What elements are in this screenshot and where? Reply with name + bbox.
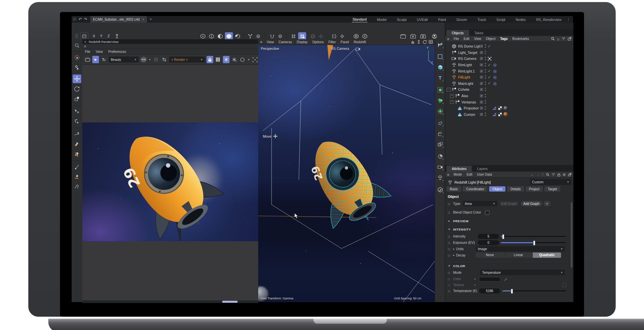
object-manager-tab-objects[interactable]: Objects <box>446 30 469 36</box>
attribute-tab-attributes[interactable]: Attributes <box>446 166 472 172</box>
color-section-header[interactable]: ▾COLOR <box>445 263 570 269</box>
target-tag-icon[interactable]: ◎ <box>493 82 496 85</box>
axis-z-button[interactable]: Z <box>106 33 112 39</box>
attribute-tab-layers[interactable]: Layers <box>472 166 493 172</box>
object-manager-menu-edit[interactable]: Edit <box>464 37 469 41</box>
visibility-dots[interactable] <box>485 82 486 85</box>
enabled-check-icon[interactable]: ✓ <box>488 63 491 67</box>
camera-label[interactable]: RS Camera <box>331 47 349 51</box>
workspace-tab-paint[interactable]: Paint <box>437 17 447 22</box>
tree-row-alas[interactable]: + Alas <box>445 93 573 99</box>
plane-object[interactable] <box>436 53 444 61</box>
live-selection-tool[interactable] <box>73 53 81 62</box>
viewport-menu-panel[interactable]: Panel <box>340 40 349 44</box>
freeze-global-icon[interactable]: G <box>231 56 238 63</box>
close-tab-icon[interactable]: × <box>142 18 144 21</box>
layer-toggle[interactable] <box>480 57 483 60</box>
enabled-check-icon[interactable]: ✓ <box>488 44 491 49</box>
boole-object[interactable] <box>436 140 444 148</box>
environment-object[interactable] <box>436 152 444 160</box>
tree-row-rimlight[interactable]: RimLight ✓ ◎ <box>445 62 573 68</box>
camera-link-icon[interactable] <box>355 47 361 51</box>
viewport-menu-view[interactable]: View <box>267 40 274 44</box>
expand-expander[interactable]: + <box>450 100 454 104</box>
visibility-dots[interactable] <box>485 106 486 110</box>
workspace-tab-model[interactable]: Model <box>376 17 387 22</box>
external-window-icon[interactable] <box>568 173 571 176</box>
focus-picker-icon[interactable] <box>252 56 258 63</box>
intensity-section-header[interactable]: ▾INTENSITY <box>445 227 570 232</box>
pixel-grid-icon[interactable] <box>153 56 159 63</box>
layer-toggle[interactable] <box>480 51 483 54</box>
scale-tool[interactable] <box>73 94 81 103</box>
at-icon[interactable]: @ <box>563 173 566 176</box>
axis-y-button[interactable]: Y <box>98 33 104 39</box>
rgb-dropdown-caret[interactable]: ▼ <box>149 58 151 61</box>
volume-object[interactable] <box>436 96 444 104</box>
tree-row-cohete[interactable]: − Cohete <box>445 86 573 93</box>
tree-row-rimlight-1[interactable]: RimLight.1 ✓ ◎ <box>445 68 573 74</box>
viewport-menu-filter[interactable]: Filter <box>328 40 336 44</box>
layer-toggle[interactable] <box>480 63 483 67</box>
rotate-tool[interactable] <box>73 84 81 93</box>
workspace-tab-standard[interactable]: Standard <box>352 16 367 22</box>
section-tab-details[interactable]: Details <box>507 186 524 192</box>
temperature-slider[interactable] <box>502 289 566 293</box>
snapshot-dropdown[interactable]: < Render >▼ <box>169 57 205 63</box>
brush-tool[interactable] <box>73 162 81 171</box>
tree-row-ventanas[interactable]: + Ventanas <box>445 99 573 105</box>
spline-smooth-tool[interactable] <box>73 182 81 191</box>
tree-row-rs-dome-light[interactable]: RS Dome Light ✓ <box>445 43 573 50</box>
workspace-tab-groom[interactable]: Groom <box>456 17 468 22</box>
visibility-dots[interactable] <box>485 63 486 67</box>
visibility-dots[interactable] <box>485 51 486 55</box>
renderview-menu-file[interactable]: File <box>85 50 90 54</box>
freeze-icon[interactable] <box>223 56 229 63</box>
renderview-scroll-handle[interactable] <box>222 301 238 303</box>
document-tab[interactable]: ECAM_Substan...ete_0002.c4d × <box>90 16 147 23</box>
object-manager-menu-tags[interactable]: Tags <box>500 37 508 41</box>
viewport-menu-cameras[interactable]: Cameras <box>279 40 292 44</box>
viewport-menu-options[interactable]: Options <box>312 40 323 44</box>
search-icon[interactable] <box>546 173 549 176</box>
layer-toggle[interactable] <box>480 113 483 116</box>
start-ipr-icon[interactable]: ▶ <box>92 56 99 63</box>
intensity-slider[interactable] <box>501 234 566 239</box>
scatter-pen-tool[interactable] <box>73 150 81 158</box>
add-graph-button[interactable]: Add Graph <box>521 201 542 206</box>
visibility-dots[interactable] <box>485 69 486 73</box>
layer-toggle[interactable] <box>480 70 483 73</box>
layer-toggle[interactable] <box>480 94 483 97</box>
visibility-dots[interactable] <box>485 57 486 61</box>
layer-toggle[interactable] <box>480 106 483 110</box>
object-manager-menu-icon[interactable]: ≡ <box>447 37 449 41</box>
intensity-value[interactable]: 5 <box>478 234 499 239</box>
renderview-menu-icon[interactable]: ≡ <box>84 44 86 48</box>
temperature-value[interactable]: 5186 <box>479 288 500 293</box>
sketch-tool[interactable] <box>73 140 81 148</box>
workspace-tab-rs-renderview[interactable]: RS_Renderview <box>535 17 562 22</box>
tree-row-light-target[interactable]: Light_Target <box>445 50 573 56</box>
spline-pen-object[interactable] <box>436 41 444 49</box>
generator-object[interactable] <box>436 107 444 115</box>
restart-render-icon[interactable]: ↻ <box>101 56 107 63</box>
move-tool[interactable] <box>73 75 81 83</box>
spline-pen-tool[interactable] <box>73 130 81 138</box>
selection-tag-icon[interactable] <box>492 112 496 116</box>
pen-line-tool[interactable] <box>73 172 81 181</box>
target-tag-icon[interactable]: ◎ <box>493 69 496 73</box>
tweak-tool[interactable] <box>73 63 81 72</box>
view-label[interactable]: Perspective <box>261 47 279 51</box>
units-dropdown[interactable]: Image▼ <box>476 246 565 251</box>
material-tag-orange[interactable] <box>503 112 508 116</box>
visibility-dots[interactable] <box>485 87 486 91</box>
attributes-scrollbar[interactable] <box>571 202 572 267</box>
pan-hand-icon[interactable] <box>411 40 415 44</box>
visibility-dots[interactable] <box>485 100 486 104</box>
viewport-menu-redshift[interactable]: Redshift <box>354 40 366 44</box>
section-tab-coordinates[interactable]: Coordinates <box>463 186 487 192</box>
external-window-icon[interactable] <box>568 37 571 41</box>
blend-object-color-checkbox[interactable] <box>485 211 489 215</box>
section-tab-object[interactable]: Object <box>489 186 505 192</box>
preset-dropdown[interactable]: Custom▼ <box>530 179 571 185</box>
